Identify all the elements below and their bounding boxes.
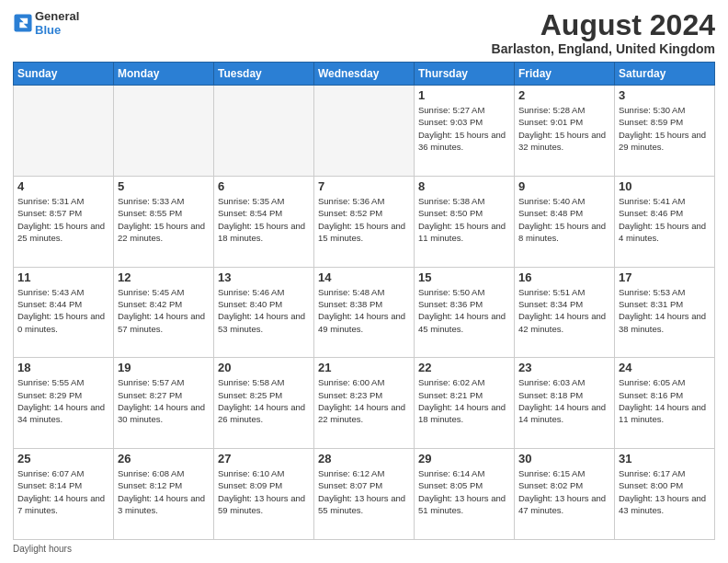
day-info: Sunrise: 5:55 AM Sunset: 8:29 PM Dayligh… [17,376,109,425]
day-number: 21 [318,361,410,374]
day-info: Sunrise: 5:36 AM Sunset: 8:52 PM Dayligh… [318,195,410,244]
logo-text: General Blue [35,9,79,37]
calendar-cell: 17Sunrise: 5:53 AM Sunset: 8:31 PM Dayli… [615,267,715,358]
day-info: Sunrise: 5:58 AM Sunset: 8:25 PM Dayligh… [218,376,310,425]
calendar-cell: 28Sunrise: 6:12 AM Sunset: 8:07 PM Dayli… [314,449,415,540]
day-info: Sunrise: 6:17 AM Sunset: 8:00 PM Dayligh… [619,467,711,516]
header-tuesday: Tuesday [214,63,314,86]
day-number: 27 [218,452,310,465]
main-title: August 2024 [492,9,715,41]
day-info: Sunrise: 6:12 AM Sunset: 8:07 PM Dayligh… [318,467,410,516]
calendar-cell: 3Sunrise: 5:30 AM Sunset: 8:59 PM Daylig… [615,86,715,177]
calendar-cell: 7Sunrise: 5:36 AM Sunset: 8:52 PM Daylig… [314,176,415,267]
calendar-cell: 31Sunrise: 6:17 AM Sunset: 8:00 PM Dayli… [615,449,715,540]
calendar-cell: 27Sunrise: 6:10 AM Sunset: 8:09 PM Dayli… [214,449,314,540]
calendar-cell: 29Sunrise: 6:14 AM Sunset: 8:05 PM Dayli… [415,449,515,540]
day-number: 16 [518,270,610,284]
logo: General Blue [13,9,79,37]
day-info: Sunrise: 5:45 AM Sunset: 8:42 PM Dayligh… [118,286,210,335]
day-info: Sunrise: 5:28 AM Sunset: 9:01 PM Dayligh… [518,104,610,153]
day-number: 11 [17,270,109,284]
calendar-cell: 8Sunrise: 5:38 AM Sunset: 8:50 PM Daylig… [415,176,515,267]
day-info: Sunrise: 5:41 AM Sunset: 8:46 PM Dayligh… [619,195,711,244]
calendar-cell: 23Sunrise: 6:03 AM Sunset: 8:18 PM Dayli… [515,358,615,449]
day-number: 7 [318,179,410,193]
header-thursday: Thursday [415,63,515,86]
header-friday: Friday [515,63,615,86]
header: General Blue August 2024 Barlaston, Engl… [13,9,715,56]
day-info: Sunrise: 5:31 AM Sunset: 8:57 PM Dayligh… [17,195,109,244]
day-info: Sunrise: 6:14 AM Sunset: 8:05 PM Dayligh… [418,467,510,516]
day-number: 15 [418,270,510,284]
day-info: Sunrise: 5:48 AM Sunset: 8:38 PM Dayligh… [318,286,410,335]
day-number: 24 [619,361,711,374]
calendar-cell: 26Sunrise: 6:08 AM Sunset: 8:12 PM Dayli… [114,449,214,540]
day-number: 2 [518,88,610,102]
calendar-cell [14,86,114,177]
calendar-cell: 11Sunrise: 5:43 AM Sunset: 8:44 PM Dayli… [14,267,114,358]
day-number: 10 [619,179,711,193]
calendar-cell [314,86,415,177]
calendar-cell: 18Sunrise: 5:55 AM Sunset: 8:29 PM Dayli… [14,358,114,449]
calendar-cell: 30Sunrise: 6:15 AM Sunset: 8:02 PM Dayli… [515,449,615,540]
calendar-cell: 5Sunrise: 5:33 AM Sunset: 8:55 PM Daylig… [114,176,214,267]
calendar-week-2: 11Sunrise: 5:43 AM Sunset: 8:44 PM Dayli… [14,267,715,358]
day-number: 5 [118,179,210,193]
calendar-cell: 12Sunrise: 5:45 AM Sunset: 8:42 PM Dayli… [114,267,214,358]
calendar-cell: 16Sunrise: 5:51 AM Sunset: 8:34 PM Dayli… [515,267,615,358]
day-number: 28 [318,452,410,465]
calendar-cell: 15Sunrise: 5:50 AM Sunset: 8:36 PM Dayli… [415,267,515,358]
day-number: 19 [118,361,210,374]
calendar-cell: 6Sunrise: 5:35 AM Sunset: 8:54 PM Daylig… [214,176,314,267]
day-number: 25 [17,452,109,465]
calendar-cell: 14Sunrise: 5:48 AM Sunset: 8:38 PM Dayli… [314,267,415,358]
day-number: 31 [619,452,711,465]
calendar-cell: 22Sunrise: 6:02 AM Sunset: 8:21 PM Dayli… [415,358,515,449]
day-number: 23 [518,361,610,374]
day-number: 29 [418,452,510,465]
calendar-cell: 9Sunrise: 5:40 AM Sunset: 8:48 PM Daylig… [515,176,615,267]
calendar: Sunday Monday Tuesday Wednesday Thursday… [13,62,715,540]
calendar-cell: 1Sunrise: 5:27 AM Sunset: 9:03 PM Daylig… [415,86,515,177]
calendar-cell: 13Sunrise: 5:46 AM Sunset: 8:40 PM Dayli… [214,267,314,358]
day-info: Sunrise: 5:43 AM Sunset: 8:44 PM Dayligh… [17,286,109,335]
day-info: Sunrise: 6:08 AM Sunset: 8:12 PM Dayligh… [118,467,210,516]
day-number: 30 [518,452,610,465]
calendar-week-0: 1Sunrise: 5:27 AM Sunset: 9:03 PM Daylig… [14,86,715,177]
day-number: 22 [418,361,510,374]
day-number: 13 [218,270,310,284]
day-info: Sunrise: 5:46 AM Sunset: 8:40 PM Dayligh… [218,286,310,335]
day-info: Sunrise: 5:51 AM Sunset: 8:34 PM Dayligh… [518,286,610,335]
day-info: Sunrise: 6:05 AM Sunset: 8:16 PM Dayligh… [619,376,711,425]
calendar-week-1: 4Sunrise: 5:31 AM Sunset: 8:57 PM Daylig… [14,176,715,267]
title-block: August 2024 Barlaston, England, United K… [492,9,715,56]
day-number: 3 [619,88,711,102]
calendar-cell: 24Sunrise: 6:05 AM Sunset: 8:16 PM Dayli… [615,358,715,449]
subtitle: Barlaston, England, United Kingdom [492,41,715,56]
calendar-week-3: 18Sunrise: 5:55 AM Sunset: 8:29 PM Dayli… [14,358,715,449]
day-number: 8 [418,179,510,193]
day-info: Sunrise: 5:35 AM Sunset: 8:54 PM Dayligh… [218,195,310,244]
calendar-cell: 25Sunrise: 6:07 AM Sunset: 8:14 PM Dayli… [14,449,114,540]
day-info: Sunrise: 6:10 AM Sunset: 8:09 PM Dayligh… [218,467,310,516]
day-number: 20 [218,361,310,374]
calendar-cell [114,86,214,177]
day-info: Sunrise: 5:33 AM Sunset: 8:55 PM Dayligh… [118,195,210,244]
page: General Blue August 2024 Barlaston, Engl… [0,0,728,563]
day-info: Sunrise: 5:40 AM Sunset: 8:48 PM Dayligh… [518,195,610,244]
logo-icon [13,13,33,33]
day-number: 12 [118,270,210,284]
day-info: Sunrise: 6:03 AM Sunset: 8:18 PM Dayligh… [518,376,610,425]
day-number: 1 [418,88,510,102]
header-sunday: Sunday [14,63,114,86]
day-info: Sunrise: 5:27 AM Sunset: 9:03 PM Dayligh… [418,104,510,153]
header-wednesday: Wednesday [314,63,415,86]
footer-note: Daylight hours [13,544,715,554]
day-number: 17 [619,270,711,284]
day-info: Sunrise: 6:15 AM Sunset: 8:02 PM Dayligh… [518,467,610,516]
calendar-week-4: 25Sunrise: 6:07 AM Sunset: 8:14 PM Dayli… [14,449,715,540]
calendar-cell: 2Sunrise: 5:28 AM Sunset: 9:01 PM Daylig… [515,86,615,177]
calendar-cell [214,86,314,177]
day-info: Sunrise: 5:38 AM Sunset: 8:50 PM Dayligh… [418,195,510,244]
day-number: 14 [318,270,410,284]
